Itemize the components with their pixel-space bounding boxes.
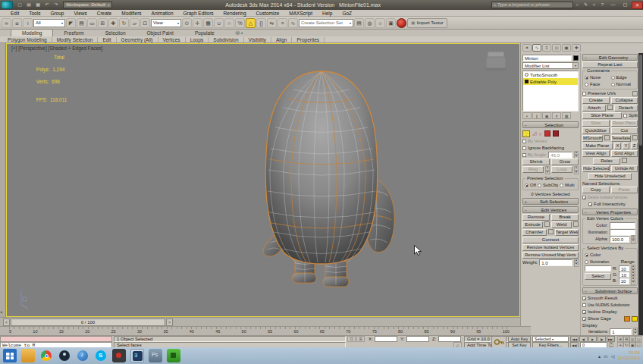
remove-unused-map-verts-button[interactable]: Remove Unused Map Verts (522, 252, 579, 259)
photos-app-icon[interactable] (21, 349, 35, 362)
hide-selected-button[interactable]: Hide Selected (582, 165, 610, 172)
tab-populate[interactable]: Populate (184, 30, 225, 36)
toolbar-icon[interactable]: ∩ (224, 18, 234, 28)
playback-button[interactable]: |▶ (598, 336, 606, 342)
b-spinner[interactable]: ▲▼ (631, 277, 635, 285)
3dsmax-logo-icon[interactable] (1, 1, 13, 9)
toolbar-icon[interactable]: ◍ (365, 18, 375, 28)
3dsmax-taskbar-icon[interactable]: 3 (130, 349, 144, 362)
x-coordinate-field[interactable] (375, 336, 397, 342)
toolbar-icon[interactable]: ≀ (23, 18, 33, 28)
viewcube[interactable] (485, 52, 507, 73)
toolbar-icon[interactable]: ✛ (193, 18, 202, 28)
ribbon-section[interactable]: Loops (186, 37, 209, 42)
toolbar-icon[interactable]: ↻ (119, 18, 129, 28)
track-bar[interactable]: 5101520253035404550556065707580859095100 (0, 326, 531, 335)
selection-rollout-header[interactable]: −Selection (522, 121, 579, 128)
tessellate-settings-icon[interactable] (632, 135, 638, 140)
tessellate-button[interactable]: Tessellate (611, 135, 632, 142)
cut-button[interactable]: Cut (611, 127, 638, 134)
quick-access-icon[interactable]: ▦ (34, 2, 42, 8)
relax-settings-icon[interactable] (622, 158, 627, 163)
stack-tool-icon[interactable]: ▦ (562, 112, 571, 119)
taskbar-clock[interactable]: 20:06 11/02/2014 (617, 350, 640, 361)
menu-item[interactable]: Tools (29, 11, 40, 16)
playback-button[interactable]: ▶ (588, 336, 597, 342)
toolbar-icon[interactable]: ≡ (278, 18, 287, 28)
viewport-label[interactable]: [+] [Perspective] [Shaded + Edged Faces] (11, 46, 102, 51)
select-by-color-button[interactable]: Select (585, 273, 611, 280)
hierarchy-tab-icon[interactable]: ≡ (542, 44, 551, 52)
reset-plane-button[interactable]: Reset Plane (611, 120, 638, 127)
network-icon[interactable]: ▭ (604, 353, 608, 359)
photoshop-icon[interactable]: Ps (149, 349, 162, 362)
object-name-field[interactable]: Minion (522, 55, 572, 61)
weight-spinner[interactable]: ▲▼ (574, 259, 579, 267)
range-b-field[interactable]: 10 (619, 278, 629, 284)
toolbar-icon[interactable]: % (235, 18, 245, 28)
by-vertex-checkbox[interactable]: By Vertex (522, 138, 579, 144)
stack-tool-icon[interactable]: ⌖ (522, 112, 532, 119)
named-selection-set-dropdown[interactable]: Create Selection Set ▾ (299, 19, 353, 27)
menu-item[interactable]: Create (97, 11, 112, 16)
ribbon-config-icon[interactable]: ◎ ▾ (225, 29, 254, 36)
msmooth-settings-icon[interactable] (604, 135, 610, 140)
menu-item[interactable]: GoZ (342, 11, 352, 16)
auto-key-button[interactable]: Auto Key (508, 336, 531, 342)
paste-button[interactable]: Paste (611, 187, 638, 193)
constraint-none-radio[interactable] (585, 76, 588, 80)
preview-off-radio[interactable] (525, 184, 529, 187)
object-color-swatch[interactable] (573, 55, 579, 61)
planar-y-button[interactable]: Y (623, 143, 629, 149)
toolbar-icon[interactable]: ⇋ (267, 18, 277, 28)
toolbar-icon[interactable]: ◤ (66, 18, 76, 28)
collapse-button[interactable]: Collapse (611, 97, 638, 104)
quickslice-button[interactable]: QuickSlice (582, 127, 610, 134)
toolbar-icon[interactable]: ☼ (375, 18, 385, 28)
ribbon-section[interactable]: Polygon Modeling (3, 37, 52, 42)
maximize-button[interactable]: ▢ (619, 2, 631, 9)
menu-item[interactable]: Views (74, 11, 86, 16)
quick-access-icon[interactable]: ▤ (25, 2, 33, 8)
toolbar-icon[interactable]: ⊡ (140, 18, 150, 28)
weld-button[interactable]: Weld (551, 221, 572, 228)
vertex-color-swatch[interactable] (610, 222, 635, 229)
constraint-face-radio[interactable] (585, 83, 588, 86)
quick-access-icon[interactable]: ↷ (52, 2, 60, 8)
expand-arrow-icon[interactable]: ▸ (1, 309, 3, 314)
border-mode-icon[interactable]: ○ (538, 131, 541, 136)
iterations-field[interactable]: 1 (610, 328, 632, 335)
preserve-uvs-checkbox[interactable]: Preserve UVs (582, 90, 638, 96)
time-slider-handle[interactable]: 0 / 100 (11, 318, 165, 326)
quick-access-icon[interactable]: ↶ (43, 2, 51, 8)
remove-isolated-vertices-button[interactable]: Remove Isolated Vertices (522, 244, 579, 251)
extrude-button[interactable]: Extrude (522, 221, 543, 228)
polygon-mode-icon[interactable] (544, 130, 550, 136)
detach-button[interactable]: Detach (614, 105, 638, 111)
by-illumination-radio[interactable] (585, 260, 588, 264)
menu-item[interactable]: Edit (11, 11, 19, 16)
remove-button[interactable]: Remove (522, 214, 550, 221)
ribbon-section[interactable]: Align (271, 37, 292, 42)
maxscript-listener-macro[interactable] (0, 336, 112, 342)
tab-selection[interactable]: Selection (95, 30, 136, 36)
motion-tab-icon[interactable]: ◎ (552, 44, 561, 52)
y-coordinate-field[interactable] (406, 336, 429, 342)
split-checkbox[interactable] (623, 114, 627, 118)
minimize-button[interactable]: — (607, 2, 619, 9)
break-button[interactable]: Break (551, 214, 579, 221)
preview-subobj-radio[interactable] (538, 184, 541, 187)
show-cage-checkbox[interactable]: Show Cage (582, 315, 638, 322)
steam-icon[interactable] (58, 349, 71, 362)
stack-tool-icon[interactable]: ✕ (552, 112, 561, 119)
menu-item[interactable]: Animation (152, 11, 174, 16)
viewport-tab-strip[interactable]: ▸ (0, 43, 6, 317)
viewport-nav-icon[interactable]: ▭ (635, 336, 641, 342)
toolbar-icon[interactable]: ✚ (108, 18, 118, 28)
element-mode-icon[interactable] (553, 130, 559, 136)
create-tab-icon[interactable]: ✶ (522, 44, 532, 52)
tab-object-paint[interactable]: Object Paint (136, 30, 184, 36)
iterations-spinner[interactable]: ▲▼ (633, 328, 638, 336)
planar-x-button[interactable]: X (614, 143, 621, 149)
ring-button[interactable]: Ring (522, 166, 544, 173)
